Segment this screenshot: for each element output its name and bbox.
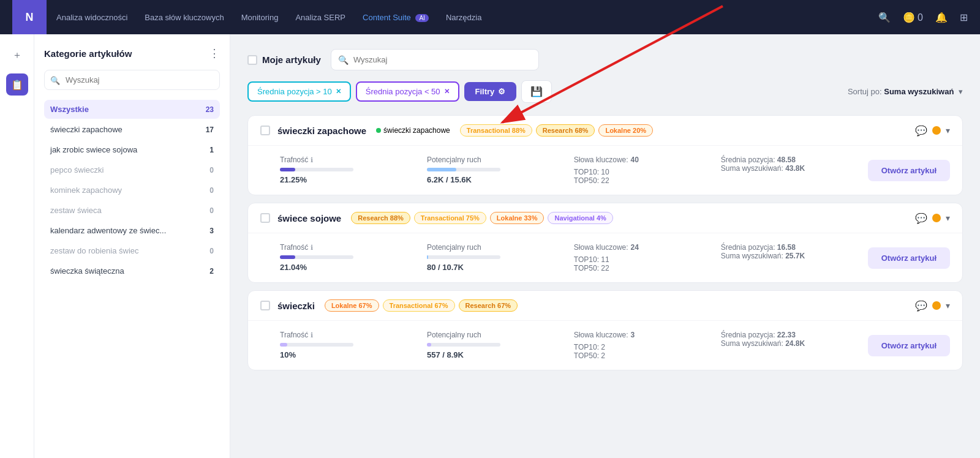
trafnosc-value-2: 10%: [280, 350, 427, 359]
metric-ruch-0: Potencjalny ruch 6.2K / 15.6K: [427, 156, 574, 184]
category-item-6[interactable]: kalendarz adwentowy ze świec... 3: [44, 221, 220, 240]
nav-analiza-widocznosci[interactable]: Analiza widoczności: [56, 13, 127, 22]
trafnosc-bar-1: [280, 255, 353, 259]
category-item-1[interactable]: świeczki zapachowe 17: [44, 120, 220, 139]
filter-sliders-icon: ⚙: [498, 87, 505, 96]
card-header-2: świeczki Lokalne 67% Transactional 67% R…: [248, 291, 962, 321]
card-body-0: Trafność ℹ 21.25% Potencjalny ruch 6.2K …: [248, 146, 962, 195]
open-article-button-1[interactable]: Otwórz artykuł: [868, 247, 950, 269]
status-dot-1[interactable]: [932, 214, 941, 222]
category-item-all[interactable]: Wszystkie 23: [44, 100, 220, 119]
filter-tag-max-position[interactable]: Średnia pozycja < 50 ✕: [356, 81, 459, 102]
sort-label: Sortuj po: Suma wyszukiwań ▾: [848, 87, 963, 96]
intent-badges-0: Transactional 88% Research 68% Lokalne 2…: [460, 124, 653, 137]
info-icon-2: ℹ: [311, 331, 313, 339]
category-item-5[interactable]: zestaw świeca 0: [44, 201, 220, 220]
nav-analiza-serp[interactable]: Analiza SERP: [295, 13, 345, 22]
search-icon[interactable]: 🔍: [878, 12, 891, 23]
metric-trafnosc-1: Trafność ℹ 21.04%: [280, 243, 427, 272]
coins-icon[interactable]: 🪙 0: [903, 12, 923, 23]
sort-chevron-icon[interactable]: ▾: [959, 87, 963, 96]
card-body-2: Trafność ℹ 10% Potencjalny ruch 557 / 8.…: [248, 321, 962, 370]
ai-badge: AI: [415, 14, 428, 22]
category-search-icon: 🔍: [50, 75, 60, 84]
my-articles-checkbox-wrap[interactable]: Moje artykuły: [247, 54, 321, 65]
open-article-button-2[interactable]: Otwórz artykuł: [868, 335, 950, 356]
main-search-wrap: 🔍: [331, 49, 539, 70]
nav-icons: 🔍 🪙 0 🔔 ⊞: [878, 12, 968, 23]
ruch-value-1: 80 / 10.7K: [427, 263, 574, 272]
card-checkbox-0[interactable]: [260, 126, 270, 135]
add-button[interactable]: ＋: [6, 44, 28, 66]
expand-icon-2[interactable]: ▾: [946, 301, 950, 310]
panel-header: Kategorie artykułów ⋮: [44, 47, 220, 60]
trafnosc-value-0: 21.25%: [280, 175, 427, 184]
chat-icon-1[interactable]: 💬: [915, 212, 927, 224]
panel-menu-button[interactable]: ⋮: [209, 47, 220, 60]
metric-pozycja-1: Średnia pozycja: 16.58 Suma wyszukiwań: …: [721, 243, 868, 260]
logo[interactable]: N: [12, 0, 47, 34]
intent-lokalne-0: Lokalne 20%: [598, 124, 653, 137]
filter-remove-icon[interactable]: ✕: [336, 88, 341, 96]
intent-lokalne-1: Lokalne 33%: [490, 212, 545, 224]
trafnosc-fill-1: [280, 255, 295, 259]
article-card-0: świeczki zapachowe świeczki zapachowe Tr…: [247, 115, 963, 195]
filter-remove-icon-2[interactable]: ✕: [444, 88, 450, 96]
category-item-8[interactable]: świeczka świąteczna 2: [44, 261, 220, 280]
card-actions-0: 💬 ▾: [915, 125, 950, 137]
category-item-3[interactable]: pepco świeczki 0: [44, 160, 220, 179]
metric-ruch-1: Potencjalny ruch 80 / 10.7K: [427, 243, 574, 272]
status-dot-0[interactable]: [932, 126, 941, 135]
metric-slowa-1: Słowa kluczowe: 24 TOP10: 11 TOP50: 22: [574, 243, 721, 272]
status-dot-2[interactable]: [932, 301, 941, 310]
card-checkbox-1[interactable]: [260, 213, 270, 223]
card-header-0: świeczki zapachowe świeczki zapachowe Tr…: [248, 116, 962, 146]
metric-slowa-0: Słowa kluczowe: 40 TOP10: 10 TOP50: 22: [574, 156, 721, 185]
intent-navigational-1: Navigational 4%: [548, 212, 612, 224]
main-layout: ＋ 📋 Kategorie artykułów ⋮ 🔍 Wszystkie 23…: [0, 34, 980, 458]
filters-button[interactable]: Filtry ⚙: [464, 82, 517, 101]
bell-icon[interactable]: 🔔: [935, 12, 948, 23]
intent-research-2: Research 67%: [459, 299, 518, 312]
article-card-2: świeczki Lokalne 67% Transactional 67% R…: [247, 290, 963, 370]
filter-tag-min-position[interactable]: Średnia pozycja > 10 ✕: [247, 81, 351, 102]
category-item-2[interactable]: jak zrobic swiece sojowa 1: [44, 140, 220, 159]
nav-narzedzia[interactable]: Narzędzia: [446, 13, 482, 22]
ruch-value-0: 6.2K / 15.6K: [427, 175, 574, 184]
expand-icon-1[interactable]: ▾: [946, 213, 950, 223]
sort-value: Suma wyszukiwań: [884, 87, 954, 96]
intent-research-1: Research 88%: [351, 212, 410, 224]
chat-icon-0[interactable]: 💬: [915, 125, 927, 137]
grid-icon[interactable]: ⊞: [960, 12, 968, 23]
intent-transactional-2: Transactional 67%: [383, 299, 455, 312]
info-icon: ℹ: [311, 156, 313, 164]
nav-content-suite[interactable]: Content Suite AI: [363, 13, 429, 22]
keyword-badge-0: świeczki zapachowe: [376, 126, 450, 135]
card-checkbox-2[interactable]: [260, 301, 270, 310]
sidebar-icon-strip: ＋ 📋: [0, 34, 34, 458]
trafnosc-fill-2: [280, 343, 287, 347]
category-item-7[interactable]: zestaw do robienia świec 0: [44, 241, 220, 260]
metric-pozycja-2: Średnia pozycja: 22.33 Suma wyszukiwań: …: [721, 331, 868, 348]
article-card-1: świece sojowe Research 88% Transactional…: [247, 203, 963, 283]
my-articles-label: Moje artykuły: [262, 54, 321, 65]
main-search-input[interactable]: [331, 49, 539, 70]
intent-badges-2: Lokalne 67% Transactional 67% Research 6…: [325, 299, 518, 312]
intent-lokalne-2: Lokalne 67%: [325, 299, 379, 312]
chat-icon-2[interactable]: 💬: [915, 300, 927, 312]
categories-panel: Kategorie artykułów ⋮ 🔍 Wszystkie 23 świ…: [34, 34, 230, 458]
metric-slowa-2: Słowa kluczowe: 3 TOP10: 2 TOP50: 2: [574, 331, 721, 360]
category-search-input[interactable]: [44, 70, 220, 90]
nav-monitoring[interactable]: Monitoring: [241, 13, 279, 22]
open-article-button-0[interactable]: Otwórz artykuł: [868, 160, 950, 181]
card-header-1: świece sojowe Research 88% Transactional…: [248, 203, 962, 233]
category-item-4[interactable]: kominek zapachowy 0: [44, 181, 220, 200]
save-button[interactable]: 💾: [521, 80, 552, 103]
ruch-value-2: 557 / 8.9K: [427, 350, 574, 359]
keyword-status-dot: [376, 128, 381, 133]
my-articles-checkbox[interactable]: [247, 55, 257, 65]
expand-icon-0[interactable]: ▾: [946, 126, 950, 135]
ruch-fill-1: [427, 255, 428, 259]
calendar-icon[interactable]: 📋: [6, 73, 28, 96]
nav-baza-slow[interactable]: Baza słów kluczowych: [145, 13, 224, 22]
